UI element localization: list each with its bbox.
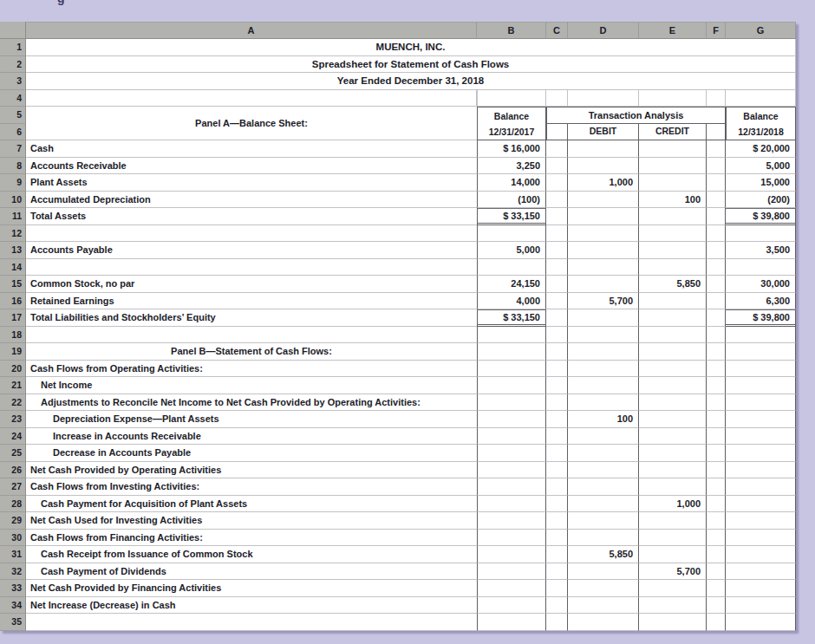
cell-c7 <box>546 140 568 158</box>
cell-a4 <box>26 90 477 107</box>
cell-c22 <box>546 394 568 412</box>
cell-e28: 1,000 <box>639 496 707 513</box>
cell-g35 <box>726 614 796 631</box>
debit-header: DEBIT <box>568 124 639 140</box>
cell-g13: 3,500 <box>726 242 796 259</box>
cell-b7: $ 16,000 <box>477 140 546 158</box>
cell-c16 <box>546 293 568 310</box>
balance-2018-label: Balance <box>727 108 795 124</box>
cell-d9: 1,000 <box>568 174 639 192</box>
debit-credit-row: DEBIT CREDIT <box>547 124 725 140</box>
cell-e24 <box>639 428 707 446</box>
cell-d13 <box>568 242 639 259</box>
cell-g34 <box>726 597 796 615</box>
balance-2018-date: 12/31/2018 <box>727 124 795 140</box>
cell-f8 <box>707 158 726 175</box>
cell-a30: Cash Flows from Financing Activities: <box>26 530 477 547</box>
cell-a7: Cash <box>26 140 477 158</box>
cell-e32: 5,700 <box>639 563 707 581</box>
cell-c34 <box>546 597 568 615</box>
cell-d25 <box>568 445 639 462</box>
cell-d18 <box>568 327 639 344</box>
cell-b22 <box>477 394 546 412</box>
cell-c25 <box>546 445 568 462</box>
cell-a16: Retained Earnings <box>26 293 477 310</box>
cell-d23: 100 <box>568 411 639 428</box>
page-top-margin: g <box>0 0 815 22</box>
row-header-8: 8 <box>0 158 26 175</box>
cell-f32 <box>707 563 726 581</box>
cell-d35 <box>568 614 639 631</box>
cell-d15 <box>568 276 639 293</box>
cell-d22 <box>568 394 639 412</box>
cell-b18 <box>477 327 546 344</box>
cell-g7: $ 20,000 <box>726 140 796 158</box>
cell-a10: Accumulated Depreciation <box>26 192 477 209</box>
cell-c9 <box>546 174 568 192</box>
cell-e4 <box>639 90 707 107</box>
transaction-analysis-header-box: Transaction Analysis DEBIT CREDIT <box>546 107 726 140</box>
cell-e10: 100 <box>639 192 707 209</box>
cell-e20 <box>639 361 707 378</box>
cell-f19 <box>707 343 726 361</box>
row-header-22: 22 <box>0 394 26 412</box>
cell-f29 <box>707 512 726 530</box>
cell-f4 <box>707 90 726 107</box>
cell-e19 <box>639 343 707 361</box>
cell-e35 <box>639 614 707 631</box>
cell-f13 <box>707 242 726 259</box>
row-header-17: 17 <box>0 309 26 327</box>
cell-a12 <box>26 225 477 243</box>
cell-d12 <box>568 225 639 243</box>
cell-f30 <box>707 530 726 547</box>
cell-c10 <box>546 192 568 209</box>
cell-g27 <box>726 478 796 496</box>
column-header-b: B <box>477 22 546 39</box>
cell-b27 <box>477 478 546 496</box>
cell-a13: Accounts Payable <box>26 242 477 259</box>
cell-c29 <box>546 512 568 530</box>
select-all-corner-cell <box>0 22 26 39</box>
cell-b17: $ 33,150 <box>477 309 546 327</box>
row-header-35: 35 <box>0 614 26 631</box>
cell-a8: Accounts Receivable <box>26 158 477 175</box>
cell-a26: Net Cash Provided by Operating Activitie… <box>26 462 477 479</box>
cell-b13: 5,000 <box>477 242 546 259</box>
row-header-10: 10 <box>0 192 26 209</box>
cell-d10 <box>568 192 639 209</box>
cell-e15: 5,850 <box>639 276 707 293</box>
cell-a11: Total Assets <box>26 208 477 225</box>
cell-d16: 5,700 <box>568 293 639 310</box>
cell-f12 <box>707 225 726 243</box>
row-header-11: 11 <box>0 208 26 225</box>
cell-c11 <box>546 208 568 225</box>
row-header-24: 24 <box>0 428 26 446</box>
cell-g16: 6,300 <box>726 293 796 310</box>
cell-d33 <box>568 580 639 597</box>
balance-2018-header-box: Balance 12/31/2018 <box>726 107 796 140</box>
cell-c32 <box>546 563 568 581</box>
cell-c30 <box>546 530 568 547</box>
cell-g21 <box>726 377 796 394</box>
cell-c13 <box>546 242 568 259</box>
cell-f17 <box>707 309 726 327</box>
cell-e14 <box>639 259 707 276</box>
cell-e17 <box>639 309 707 327</box>
cell-e13 <box>639 242 707 259</box>
cell-g30 <box>726 530 796 547</box>
row-header-3: 3 <box>0 73 26 90</box>
cell-e30 <box>639 530 707 547</box>
cell-g32 <box>726 563 796 581</box>
cell-a32: Cash Payment of Dividends <box>26 563 477 581</box>
row-header-5: 5 <box>0 107 26 124</box>
cell-a19: Panel B—Statement of Cash Flows: <box>26 343 477 361</box>
cell-b19 <box>477 343 546 361</box>
cell-e9 <box>639 174 707 192</box>
cell-e34 <box>639 597 707 615</box>
cell-b32 <box>477 563 546 581</box>
cell-g8: 5,000 <box>726 158 796 175</box>
cell-a28: Cash Payment for Acquisition of Plant As… <box>26 496 477 513</box>
cell-c31 <box>546 546 568 563</box>
cell-f21 <box>707 377 726 394</box>
cell-d31: 5,850 <box>568 546 639 563</box>
